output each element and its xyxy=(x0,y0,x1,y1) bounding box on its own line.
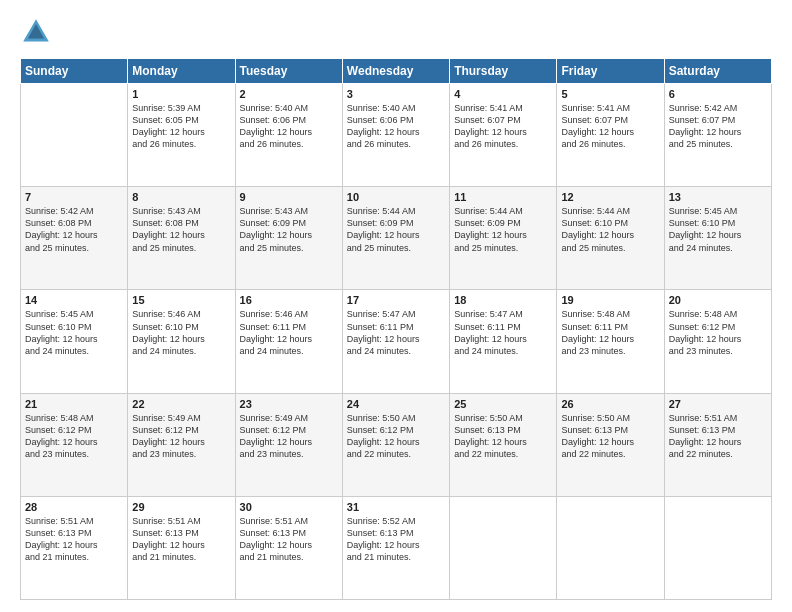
day-number: 7 xyxy=(25,191,123,203)
day-number: 17 xyxy=(347,294,445,306)
day-number: 2 xyxy=(240,88,338,100)
day-number: 1 xyxy=(132,88,230,100)
calendar-cell: 29Sunrise: 5:51 AM Sunset: 6:13 PM Dayli… xyxy=(128,496,235,599)
calendar-cell: 4Sunrise: 5:41 AM Sunset: 6:07 PM Daylig… xyxy=(450,84,557,187)
calendar-cell: 24Sunrise: 5:50 AM Sunset: 6:12 PM Dayli… xyxy=(342,393,449,496)
day-number: 25 xyxy=(454,398,552,410)
logo-icon xyxy=(20,16,52,48)
calendar-cell: 9Sunrise: 5:43 AM Sunset: 6:09 PM Daylig… xyxy=(235,187,342,290)
day-number: 14 xyxy=(25,294,123,306)
day-info: Sunrise: 5:50 AM Sunset: 6:13 PM Dayligh… xyxy=(561,412,659,461)
day-info: Sunrise: 5:44 AM Sunset: 6:09 PM Dayligh… xyxy=(454,205,552,254)
day-info: Sunrise: 5:40 AM Sunset: 6:06 PM Dayligh… xyxy=(240,102,338,151)
calendar-week-row: 1Sunrise: 5:39 AM Sunset: 6:05 PM Daylig… xyxy=(21,84,772,187)
calendar-day-header: Monday xyxy=(128,59,235,84)
day-number: 20 xyxy=(669,294,767,306)
day-number: 15 xyxy=(132,294,230,306)
day-number: 3 xyxy=(347,88,445,100)
calendar-week-row: 7Sunrise: 5:42 AM Sunset: 6:08 PM Daylig… xyxy=(21,187,772,290)
calendar-cell: 7Sunrise: 5:42 AM Sunset: 6:08 PM Daylig… xyxy=(21,187,128,290)
day-info: Sunrise: 5:44 AM Sunset: 6:09 PM Dayligh… xyxy=(347,205,445,254)
day-number: 31 xyxy=(347,501,445,513)
day-info: Sunrise: 5:40 AM Sunset: 6:06 PM Dayligh… xyxy=(347,102,445,151)
calendar-cell: 3Sunrise: 5:40 AM Sunset: 6:06 PM Daylig… xyxy=(342,84,449,187)
day-info: Sunrise: 5:52 AM Sunset: 6:13 PM Dayligh… xyxy=(347,515,445,564)
calendar-cell: 2Sunrise: 5:40 AM Sunset: 6:06 PM Daylig… xyxy=(235,84,342,187)
calendar-cell: 1Sunrise: 5:39 AM Sunset: 6:05 PM Daylig… xyxy=(128,84,235,187)
day-number: 9 xyxy=(240,191,338,203)
calendar-cell: 6Sunrise: 5:42 AM Sunset: 6:07 PM Daylig… xyxy=(664,84,771,187)
calendar-cell: 5Sunrise: 5:41 AM Sunset: 6:07 PM Daylig… xyxy=(557,84,664,187)
day-info: Sunrise: 5:51 AM Sunset: 6:13 PM Dayligh… xyxy=(132,515,230,564)
calendar-cell: 26Sunrise: 5:50 AM Sunset: 6:13 PM Dayli… xyxy=(557,393,664,496)
day-number: 21 xyxy=(25,398,123,410)
calendar-cell: 22Sunrise: 5:49 AM Sunset: 6:12 PM Dayli… xyxy=(128,393,235,496)
calendar-cell: 18Sunrise: 5:47 AM Sunset: 6:11 PM Dayli… xyxy=(450,290,557,393)
day-info: Sunrise: 5:49 AM Sunset: 6:12 PM Dayligh… xyxy=(132,412,230,461)
day-info: Sunrise: 5:48 AM Sunset: 6:12 PM Dayligh… xyxy=(25,412,123,461)
day-info: Sunrise: 5:39 AM Sunset: 6:05 PM Dayligh… xyxy=(132,102,230,151)
day-info: Sunrise: 5:41 AM Sunset: 6:07 PM Dayligh… xyxy=(454,102,552,151)
day-number: 12 xyxy=(561,191,659,203)
day-number: 5 xyxy=(561,88,659,100)
calendar-cell: 23Sunrise: 5:49 AM Sunset: 6:12 PM Dayli… xyxy=(235,393,342,496)
day-info: Sunrise: 5:51 AM Sunset: 6:13 PM Dayligh… xyxy=(669,412,767,461)
day-number: 4 xyxy=(454,88,552,100)
day-info: Sunrise: 5:47 AM Sunset: 6:11 PM Dayligh… xyxy=(347,308,445,357)
day-info: Sunrise: 5:50 AM Sunset: 6:12 PM Dayligh… xyxy=(347,412,445,461)
day-number: 29 xyxy=(132,501,230,513)
day-number: 8 xyxy=(132,191,230,203)
calendar-cell: 10Sunrise: 5:44 AM Sunset: 6:09 PM Dayli… xyxy=(342,187,449,290)
calendar-cell: 8Sunrise: 5:43 AM Sunset: 6:08 PM Daylig… xyxy=(128,187,235,290)
calendar-cell xyxy=(450,496,557,599)
day-info: Sunrise: 5:48 AM Sunset: 6:12 PM Dayligh… xyxy=(669,308,767,357)
day-info: Sunrise: 5:44 AM Sunset: 6:10 PM Dayligh… xyxy=(561,205,659,254)
day-number: 19 xyxy=(561,294,659,306)
calendar-cell: 11Sunrise: 5:44 AM Sunset: 6:09 PM Dayli… xyxy=(450,187,557,290)
calendar-cell xyxy=(557,496,664,599)
calendar-day-header: Sunday xyxy=(21,59,128,84)
day-info: Sunrise: 5:43 AM Sunset: 6:08 PM Dayligh… xyxy=(132,205,230,254)
calendar-cell xyxy=(21,84,128,187)
day-info: Sunrise: 5:46 AM Sunset: 6:10 PM Dayligh… xyxy=(132,308,230,357)
calendar-cell: 27Sunrise: 5:51 AM Sunset: 6:13 PM Dayli… xyxy=(664,393,771,496)
day-info: Sunrise: 5:41 AM Sunset: 6:07 PM Dayligh… xyxy=(561,102,659,151)
calendar-table: SundayMondayTuesdayWednesdayThursdayFrid… xyxy=(20,58,772,600)
calendar-week-row: 21Sunrise: 5:48 AM Sunset: 6:12 PM Dayli… xyxy=(21,393,772,496)
page: SundayMondayTuesdayWednesdayThursdayFrid… xyxy=(0,0,792,612)
calendar-day-header: Friday xyxy=(557,59,664,84)
day-info: Sunrise: 5:42 AM Sunset: 6:07 PM Dayligh… xyxy=(669,102,767,151)
calendar-day-header: Wednesday xyxy=(342,59,449,84)
day-number: 22 xyxy=(132,398,230,410)
calendar-cell: 17Sunrise: 5:47 AM Sunset: 6:11 PM Dayli… xyxy=(342,290,449,393)
day-info: Sunrise: 5:45 AM Sunset: 6:10 PM Dayligh… xyxy=(25,308,123,357)
calendar-cell: 15Sunrise: 5:46 AM Sunset: 6:10 PM Dayli… xyxy=(128,290,235,393)
day-number: 11 xyxy=(454,191,552,203)
calendar-cell: 31Sunrise: 5:52 AM Sunset: 6:13 PM Dayli… xyxy=(342,496,449,599)
day-number: 27 xyxy=(669,398,767,410)
calendar-cell: 28Sunrise: 5:51 AM Sunset: 6:13 PM Dayli… xyxy=(21,496,128,599)
day-info: Sunrise: 5:42 AM Sunset: 6:08 PM Dayligh… xyxy=(25,205,123,254)
day-info: Sunrise: 5:43 AM Sunset: 6:09 PM Dayligh… xyxy=(240,205,338,254)
calendar-week-row: 14Sunrise: 5:45 AM Sunset: 6:10 PM Dayli… xyxy=(21,290,772,393)
day-number: 13 xyxy=(669,191,767,203)
calendar-cell: 14Sunrise: 5:45 AM Sunset: 6:10 PM Dayli… xyxy=(21,290,128,393)
day-info: Sunrise: 5:49 AM Sunset: 6:12 PM Dayligh… xyxy=(240,412,338,461)
calendar-cell: 20Sunrise: 5:48 AM Sunset: 6:12 PM Dayli… xyxy=(664,290,771,393)
calendar-cell: 19Sunrise: 5:48 AM Sunset: 6:11 PM Dayli… xyxy=(557,290,664,393)
day-info: Sunrise: 5:50 AM Sunset: 6:13 PM Dayligh… xyxy=(454,412,552,461)
day-number: 18 xyxy=(454,294,552,306)
header xyxy=(20,16,772,48)
day-info: Sunrise: 5:48 AM Sunset: 6:11 PM Dayligh… xyxy=(561,308,659,357)
calendar-day-header: Tuesday xyxy=(235,59,342,84)
day-info: Sunrise: 5:45 AM Sunset: 6:10 PM Dayligh… xyxy=(669,205,767,254)
calendar-week-row: 28Sunrise: 5:51 AM Sunset: 6:13 PM Dayli… xyxy=(21,496,772,599)
day-info: Sunrise: 5:51 AM Sunset: 6:13 PM Dayligh… xyxy=(240,515,338,564)
calendar-cell: 25Sunrise: 5:50 AM Sunset: 6:13 PM Dayli… xyxy=(450,393,557,496)
logo xyxy=(20,16,56,48)
day-info: Sunrise: 5:47 AM Sunset: 6:11 PM Dayligh… xyxy=(454,308,552,357)
day-number: 10 xyxy=(347,191,445,203)
day-number: 16 xyxy=(240,294,338,306)
calendar-day-header: Saturday xyxy=(664,59,771,84)
calendar-cell: 13Sunrise: 5:45 AM Sunset: 6:10 PM Dayli… xyxy=(664,187,771,290)
